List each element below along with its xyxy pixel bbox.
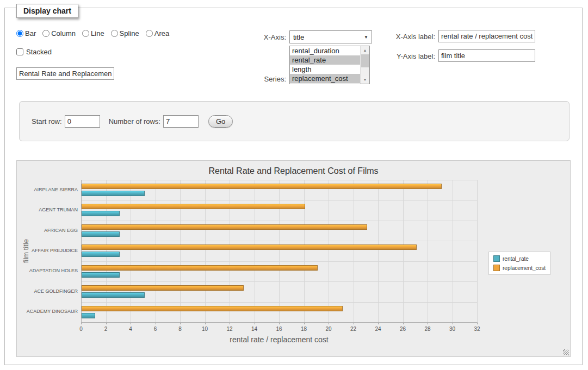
- chart-type-option-area: Area: [146, 29, 169, 37]
- gridline-vertical: [279, 180, 280, 322]
- legend-label: rental_rate: [503, 256, 529, 262]
- y-axis-label-input[interactable]: [438, 49, 535, 62]
- series-option-rental_duration[interactable]: rental_duration: [290, 46, 360, 55]
- gridline-vertical: [329, 180, 329, 322]
- bar-rental_rate: [82, 191, 145, 196]
- x-axis-select[interactable]: title ▼: [289, 30, 372, 43]
- dropdown-arrow-icon: ▼: [364, 35, 368, 40]
- x-tick-label: 18: [296, 326, 312, 332]
- stacked-option: Stacked: [16, 48, 52, 56]
- bar-rental_rate: [82, 231, 120, 237]
- legend-label: replacement_cost: [503, 265, 546, 271]
- bar-replacement_cost: [82, 244, 417, 250]
- gridline-vertical: [106, 180, 107, 322]
- scrollbar-thumb[interactable]: [361, 54, 369, 67]
- series-option-length[interactable]: length: [290, 65, 360, 74]
- x-axis-field-label: X-Axis:: [234, 33, 286, 41]
- chart-type-radio-spline[interactable]: [111, 30, 118, 37]
- series-multiselect[interactable]: rental_durationrental_ratelengthreplacem…: [289, 46, 370, 84]
- x-tick-label: 26: [395, 326, 411, 332]
- gridline-vertical: [180, 180, 181, 322]
- x-tick-label: 6: [147, 326, 164, 332]
- chart-title: Rental Rate and Replacement Cost of Film…: [17, 166, 570, 176]
- chart-x-axis-title: rental rate / replacement cost: [81, 335, 477, 344]
- bar-replacement_cost: [82, 204, 305, 209]
- fieldset-legend: Display chart: [16, 4, 78, 18]
- scrollbar[interactable]: ▲ ▼: [360, 46, 369, 84]
- chart-type-radio-label[interactable]: Line: [91, 29, 104, 37]
- resize-handle-icon[interactable]: [563, 349, 569, 355]
- stacked-checkbox[interactable]: [16, 48, 23, 55]
- start-row-input[interactable]: [65, 115, 100, 128]
- y-axis-label-field-label: Y-Axis label:: [375, 52, 435, 60]
- series-field-label: Series:: [234, 75, 286, 83]
- legend-swatch-icon: [493, 265, 500, 271]
- x-tick-label: 14: [246, 326, 263, 332]
- bar-rental_rate: [82, 252, 120, 257]
- bar-rental_rate: [82, 272, 120, 278]
- number-of-rows-label: Number of rows:: [109, 117, 160, 126]
- go-button[interactable]: Go: [208, 115, 233, 128]
- bar-replacement_cost: [82, 184, 442, 189]
- row-controls-panel: Start row: Number of rows: Go: [19, 101, 570, 141]
- chart-type-radio-label[interactable]: Column: [51, 29, 76, 37]
- x-tick-label: 12: [221, 326, 238, 332]
- chart-title-input[interactable]: [16, 67, 114, 80]
- legend-item-replacement_cost[interactable]: replacement_cost: [493, 265, 546, 271]
- chart-type-option-column: Column: [42, 29, 76, 37]
- bar-replacement_cost: [82, 224, 367, 230]
- x-tick-label: 24: [370, 326, 386, 332]
- chart-type-radio-label[interactable]: Spline: [120, 29, 139, 37]
- chart-type-radio-line[interactable]: [82, 30, 89, 37]
- x-tick-label: 8: [172, 326, 188, 332]
- scroll-down-icon[interactable]: ▼: [361, 76, 369, 84]
- x-tick-label: 0: [73, 326, 89, 332]
- chart-container: Rental Rate and Replacement Cost of Film…: [16, 160, 571, 357]
- gridline-vertical: [304, 180, 305, 322]
- bar-replacement_cost: [82, 285, 244, 291]
- category-label: ADAPTATION HOLES: [16, 268, 78, 273]
- x-axis-line: [81, 322, 478, 323]
- x-axis-label-input[interactable]: [438, 30, 535, 42]
- stacked-label[interactable]: Stacked: [26, 48, 52, 56]
- chart-type-radio-label[interactable]: Bar: [25, 29, 36, 37]
- x-tick-label: 22: [345, 326, 362, 332]
- gridline-vertical: [354, 180, 354, 322]
- x-axis-label-field-label: X-Axis label:: [375, 33, 435, 41]
- bar-rental_rate: [82, 211, 120, 216]
- chart-type-radio-column[interactable]: [42, 30, 49, 37]
- chart-type-radio-label[interactable]: Area: [154, 29, 169, 37]
- bar-rental_rate: [82, 292, 145, 298]
- chart-legend: rental_ratereplacement_cost: [488, 252, 550, 275]
- category-label: AFRICAN EGG: [16, 228, 78, 233]
- bar-replacement_cost: [82, 265, 318, 271]
- number-of-rows-input[interactable]: [163, 115, 199, 128]
- category-label: ACE GOLDFINGER: [16, 289, 78, 294]
- x-tick-label: 16: [271, 326, 287, 332]
- chart-type-option-line: Line: [82, 29, 104, 37]
- x-tick-label: 10: [197, 326, 213, 332]
- start-row-label: Start row:: [32, 117, 62, 126]
- scroll-up-icon[interactable]: ▲: [361, 46, 369, 54]
- chart-type-radio-group: BarColumnLineSplineArea: [16, 29, 169, 37]
- chart-type-radio-bar[interactable]: [16, 30, 23, 37]
- bar-replacement_cost: [82, 306, 343, 311]
- chart-type-option-bar: Bar: [16, 29, 36, 37]
- x-axis-selected-value: title: [293, 33, 304, 41]
- series-option-list: rental_durationrental_ratelengthreplacem…: [290, 46, 360, 84]
- series-option-replacement_cost[interactable]: replacement_cost: [290, 74, 360, 83]
- gridline-vertical: [205, 180, 206, 322]
- gridline-vertical: [131, 180, 131, 322]
- legend-item-rental_rate[interactable]: rental_rate: [493, 255, 546, 262]
- x-tick-label: 28: [419, 326, 436, 332]
- chart-type-radio-area[interactable]: [146, 30, 153, 37]
- series-option-rental_rate[interactable]: rental_rate: [290, 55, 360, 65]
- gridline-vertical: [230, 180, 230, 322]
- gridline-vertical: [403, 180, 404, 322]
- x-tick-label: 30: [444, 326, 461, 332]
- category-label: AFFAIR PREJUDICE: [16, 248, 78, 253]
- gridline-vertical: [378, 180, 379, 322]
- gridline-vertical: [453, 180, 453, 322]
- category-label: AGENT TRUMAN: [16, 207, 78, 212]
- category-label: ACADEMY DINOSAUR: [16, 309, 78, 314]
